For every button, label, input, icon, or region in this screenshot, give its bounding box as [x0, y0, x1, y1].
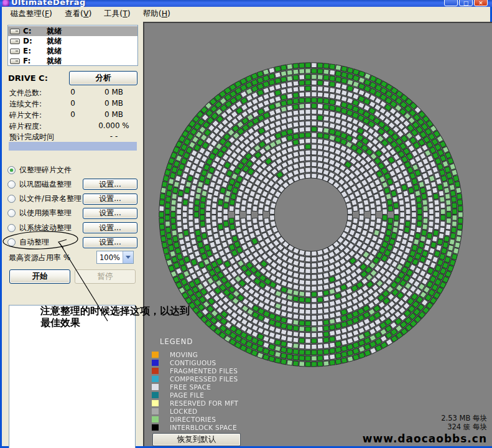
stat-count: 0: [45, 110, 75, 119]
settings-button-3[interactable]: 设置...: [83, 194, 137, 205]
radio-button[interactable]: [7, 224, 16, 232]
disk-info: 2.53 MB 每块 324 簇 每块 www.daocaobbs.cn: [363, 414, 487, 445]
annotation-note: 注意整理的时候选择这项，以达到 最佳效果: [40, 305, 221, 329]
legend-item-fragmented-files: FRAGMENTED FILES: [152, 367, 238, 375]
app-icon: [2, 0, 9, 6]
method-option-label: 以系统波动整理: [19, 223, 72, 233]
drive-row-F[interactable]: F:就绪: [8, 56, 137, 66]
legend-item-moving: MOVING: [152, 351, 198, 358]
legend-label: INTERBLOCK SPACE: [170, 424, 237, 431]
stat-label: 碎片程度:: [9, 121, 42, 132]
stat-size: 0 MB: [89, 110, 139, 119]
method-option-1[interactable]: 仅整理碎片文件: [7, 164, 72, 176]
settings-button-2[interactable]: 设置...: [83, 179, 137, 190]
legend-swatch: [152, 360, 159, 366]
annotation-line2: 最佳效果: [40, 317, 221, 329]
chevron-down-icon: [126, 256, 131, 259]
legend-swatch: [152, 384, 159, 390]
menu-item-3[interactable]: 工具(T): [98, 7, 136, 21]
legend-label: CONTIGUOUS: [170, 359, 216, 366]
drive-row-E[interactable]: E:就绪: [8, 46, 137, 56]
method-option-label: 仅整理碎片文件: [19, 165, 72, 175]
legend-label: DIRECTORIES: [170, 416, 216, 423]
legend-swatch: [152, 416, 159, 422]
radio-button[interactable]: [7, 195, 16, 203]
method-option-label: 以使用频率整理: [19, 208, 72, 218]
stat-label: 连续文件:: [9, 99, 42, 110]
legend-item-contiguous: CONTIGUOUS: [152, 359, 216, 366]
legend-item-directories: DIRECTORIES: [152, 416, 216, 423]
stat-row-4: 碎片程度:0.000 %: [9, 121, 137, 131]
resource-usage-value: 100%: [97, 253, 123, 262]
window-title: UltimateDefrag: [11, 0, 86, 6]
maximize-button[interactable]: □: [459, 0, 473, 6]
legend-item-interblock-space: INTERBLOCK SPACE: [152, 424, 237, 431]
app-window: UltimateDefrag _ □ ✕ 磁盘整理(F)查看(V)工具(T)帮助…: [0, 0, 492, 448]
method-option-3[interactable]: 以文件/目录名整理: [7, 193, 81, 205]
window-controls: _ □ ✕: [444, 0, 488, 6]
drive-icon: [10, 39, 20, 44]
settings-button-6[interactable]: 设置...: [83, 237, 137, 248]
drive-status: 就绪: [47, 46, 62, 57]
title-bar[interactable]: UltimateDefrag: [0, 0, 492, 7]
legend-label: RESERVED FOR MFT: [170, 399, 238, 407]
legend-label: LOCKED: [170, 408, 197, 415]
legend-item-reserved-for-mft: RESERVED FOR MFT: [152, 399, 238, 407]
radio-button[interactable]: [7, 180, 16, 189]
drive-name: E:: [23, 47, 47, 55]
menu-item-4[interactable]: 帮助(H): [137, 7, 176, 21]
radio-button-selected[interactable]: [7, 166, 16, 174]
legend-swatch: [152, 376, 159, 382]
menu-item-1[interactable]: 磁盘整理(F): [5, 7, 58, 21]
legend-swatch: [152, 392, 159, 398]
pause-button: 暂停: [75, 269, 136, 284]
settings-button-5[interactable]: 设置...: [83, 222, 137, 233]
legend-item-compressed-files: COMPRESSED FILES: [152, 375, 238, 383]
method-option-label: 以巩固磁盘整理: [19, 179, 72, 190]
restore-defaults-button[interactable]: 恢复到默认: [152, 433, 241, 446]
stat-size: - -: [89, 132, 139, 141]
stat-row-2: 连续文件:00 MB: [9, 99, 137, 109]
radio-button[interactable]: [7, 209, 16, 217]
stat-label: 预计完成时间: [9, 132, 54, 142]
stat-count: 0: [45, 99, 75, 108]
method-option-4[interactable]: 以使用频率整理: [7, 207, 72, 220]
drive-list[interactable]: C:就绪D:就绪E:就绪F:就绪: [7, 25, 138, 66]
legend-label: PAGE FILE: [170, 391, 204, 399]
method-option-label: 以文件/目录名整理: [19, 194, 81, 204]
drive-row-D[interactable]: D:就绪: [8, 36, 137, 46]
progress-bar: [9, 142, 137, 151]
legend-swatch: [152, 408, 159, 414]
legend-title: LEGEND: [160, 337, 193, 346]
settings-button-4[interactable]: 设置...: [83, 208, 137, 219]
combo-dropdown-button[interactable]: [123, 251, 133, 263]
stat-row-5: 预计完成时间- -: [9, 132, 137, 142]
radio-button[interactable]: [7, 238, 16, 246]
analyze-button[interactable]: 分析: [69, 71, 137, 85]
close-button[interactable]: ✕: [474, 0, 488, 6]
drive-name: C:: [23, 27, 47, 35]
resource-usage-label: 最高资源占用率 %: [9, 253, 70, 263]
stat-label: 碎片文件:: [9, 110, 42, 121]
legend-swatch: [152, 400, 159, 406]
control-panel: C:就绪D:就绪E:就绪F:就绪 DRIVE C: 分析 文件总数:00 MB连…: [2, 22, 143, 446]
drive-icon: [10, 58, 20, 64]
method-option-6[interactable]: 自动整理: [7, 236, 49, 249]
legend-swatch: [152, 368, 159, 374]
drive-name: D:: [23, 37, 47, 45]
method-option-5[interactable]: 以系统波动整理: [7, 222, 72, 234]
legend-item-page-file: PAGE FILE: [152, 391, 204, 399]
legend-label: FRAGMENTED FILES: [170, 367, 238, 375]
drive-status: 就绪: [47, 56, 62, 67]
method-option-label: 自动整理: [19, 237, 49, 248]
legend-label: MOVING: [170, 351, 198, 358]
annotation-line1: 注意整理的时候选择这项，以达到: [40, 305, 221, 317]
minimize-button[interactable]: _: [444, 0, 458, 6]
start-button[interactable]: 开始: [9, 269, 70, 284]
resource-usage-combo[interactable]: 100%: [96, 251, 134, 264]
legend-label: FREE SPACE: [170, 383, 211, 391]
menu-item-2[interactable]: 查看(V): [59, 7, 97, 21]
method-option-2[interactable]: 以巩固磁盘整理: [7, 178, 72, 190]
stat-count: 0: [45, 88, 75, 96]
drive-row-C[interactable]: C:就绪: [8, 26, 137, 36]
